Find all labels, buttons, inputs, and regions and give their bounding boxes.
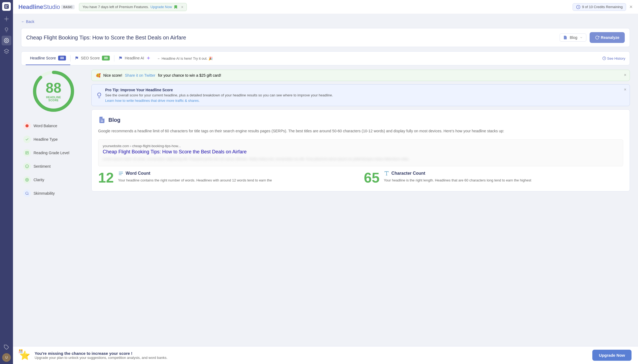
sidebar-item-lightbulb[interactable] <box>2 25 11 35</box>
word-count-icon <box>118 171 124 176</box>
reading-grade-label: Reading Grade Level <box>34 151 69 155</box>
metric-sentiment[interactable]: Sentiment <box>21 160 86 173</box>
upgrade-now-button[interactable]: Upgrade Now <box>592 350 632 361</box>
sentiment-icon <box>23 163 31 170</box>
metric-word-balance[interactable]: Word Balance <box>21 119 86 132</box>
headline-type-label: Headline Type <box>34 137 58 141</box>
brand-studio: Studio <box>43 4 60 10</box>
word-count-header: Word Count <box>118 171 272 176</box>
flag2-icon <box>119 56 122 60</box>
credits-icon <box>576 5 580 9</box>
brand-headline: Headline <box>18 4 43 10</box>
pro-tip-title: Pro Tip: Improve Your Headline Score <box>105 88 333 92</box>
credits-count: 9 of 10 Credits Remaining <box>582 5 623 9</box>
svg-line-23 <box>28 194 29 195</box>
svg-point-17 <box>25 165 29 168</box>
see-history-button[interactable]: See History <box>602 56 625 60</box>
share-twitter-link[interactable]: Share it on Twitter <box>125 73 155 77</box>
brand-name: HeadlineStudio <box>18 4 60 11</box>
headline-input-row: Cheap Flight Booking Tips: How to Score … <box>21 28 630 47</box>
pro-tip-desc: See the overall score for your current h… <box>105 93 333 97</box>
seo-score-label: SEO Score <box>81 56 100 60</box>
reanalyze-button[interactable]: Reanalyze <box>590 32 625 43</box>
word-balance-label: Word Balance <box>34 124 57 128</box>
reading-grade-icon <box>23 149 31 157</box>
pro-tip-link[interactable]: Learn how to write headlines that drive … <box>105 99 200 103</box>
word-count-block: 12 Word Count Your headline contains the… <box>98 171 357 185</box>
back-button[interactable]: ← Back <box>21 19 630 24</box>
char-count-detail: Character Count Your headline is the rig… <box>384 171 531 183</box>
sidebar-item-home[interactable] <box>2 14 11 24</box>
score-label: HEADLINE SCORE <box>46 96 61 102</box>
headline-type-icon <box>23 136 31 143</box>
char-count-number-wrap: 65 <box>364 171 380 185</box>
sidebar: U <box>0 0 13 364</box>
word-count-detail: Word Count Your headline contains the ri… <box>118 171 272 183</box>
basic-badge: BASIC <box>61 5 75 9</box>
metric-reading-grade[interactable]: Reading Grade Level <box>21 146 86 159</box>
share-emoji: 🥰 <box>96 73 101 77</box>
svg-point-3 <box>6 40 8 42</box>
upgrade-title: You're missing the chance to increase yo… <box>35 351 588 356</box>
content-area: ← Back Cheap Flight Booking Tips: How to… <box>13 14 638 364</box>
pro-tip-content: Pro Tip: Improve Your Headline Score See… <box>105 88 333 103</box>
sentiment-label: Sentiment <box>34 164 51 168</box>
topbar-close-button[interactable]: × <box>629 4 633 10</box>
skimmability-label: Skimmability <box>34 191 55 196</box>
pro-tip-banner: Pro Tip: Improve Your Headline Score See… <box>91 84 630 106</box>
doc-icon <box>563 35 567 40</box>
sidebar-item-score[interactable] <box>2 36 11 45</box>
flag-icon <box>75 56 79 60</box>
headline-ai-label: Headline AI <box>125 56 144 60</box>
char-count-title: Character Count <box>391 171 425 176</box>
svg-point-21 <box>26 179 28 181</box>
char-count-block: 65 Character Count Your headline is the … <box>364 171 623 185</box>
headline-score-badge: 88 <box>58 56 66 60</box>
clarity-label: Clarity <box>34 178 44 182</box>
metric-headline-type[interactable]: Headline Type <box>21 133 86 146</box>
score-circle-wrap: 88 HEADLINE SCORE <box>21 70 86 113</box>
headline-score-label: Headline Score <box>30 56 56 60</box>
main-panel: 88 HEADLINE SCORE Word Balance <box>21 70 630 200</box>
type-selector[interactable]: Blog <box>560 33 586 42</box>
upgrade-text: You're missing the chance to increase yo… <box>35 351 588 360</box>
clarity-icon <box>23 176 31 184</box>
char-count-desc: Your headline is the right length. Headl… <box>384 178 531 183</box>
svg-point-1 <box>6 18 7 20</box>
tab-seo-score[interactable]: SEO Score 89 <box>71 52 114 65</box>
confetti-icon: 🎊 <box>18 349 23 353</box>
sidebar-item-puzzle[interactable] <box>2 342 11 352</box>
score-number: 88 <box>46 81 61 95</box>
chevron-down-icon <box>580 36 583 39</box>
serp-title[interactable]: Cheap Flight Booking Tips: How to Score … <box>103 149 619 155</box>
refresh-icon <box>595 35 599 40</box>
blog-section-card: Blog Google recommends a headline limit … <box>91 109 630 191</box>
score-tabs: Headline Score 88 SEO Score 89 Headline … <box>21 51 630 65</box>
main-content: HeadlineStudio BASIC You have 7 days lef… <box>13 0 638 364</box>
sidebar-item-layers[interactable] <box>2 46 11 56</box>
pro-tip-close[interactable]: × <box>624 87 626 92</box>
metric-clarity[interactable]: Clarity <box>21 173 86 186</box>
metric-skimmability[interactable]: Skimmability <box>21 187 86 200</box>
right-content: 🥰 Nice score! Share it on Twitter for yo… <box>91 70 630 200</box>
seo-score-badge: 89 <box>102 56 110 60</box>
upgrade-bar: ⭐ 🎊 You're missing the chance to increas… <box>13 346 638 364</box>
bookmark-icon <box>174 5 178 9</box>
logo[interactable] <box>2 2 11 11</box>
user-avatar[interactable]: U <box>2 353 11 362</box>
brand: HeadlineStudio BASIC <box>18 4 75 11</box>
sparkle-icon <box>146 56 151 60</box>
trial-close-button[interactable]: × <box>181 5 183 9</box>
share-banner-close[interactable]: × <box>624 73 626 77</box>
char-count-header: Character Count <box>384 171 531 176</box>
lightbulb-tip-icon <box>96 92 102 99</box>
word-balance-icon <box>23 122 31 130</box>
tab-headline-ai[interactable]: Headline AI <box>114 52 155 65</box>
history-icon <box>602 56 606 60</box>
serp-desc: Lorem ipsum dolor sit amet, consectetur … <box>103 156 619 162</box>
blog-title: Blog <box>108 117 120 123</box>
tab-headline-score[interactable]: Headline Score 88 <box>26 52 70 65</box>
upgrade-link[interactable]: Upgrade Now <box>151 5 172 9</box>
blog-section-header: Blog <box>98 116 623 124</box>
svg-point-20 <box>25 178 29 181</box>
